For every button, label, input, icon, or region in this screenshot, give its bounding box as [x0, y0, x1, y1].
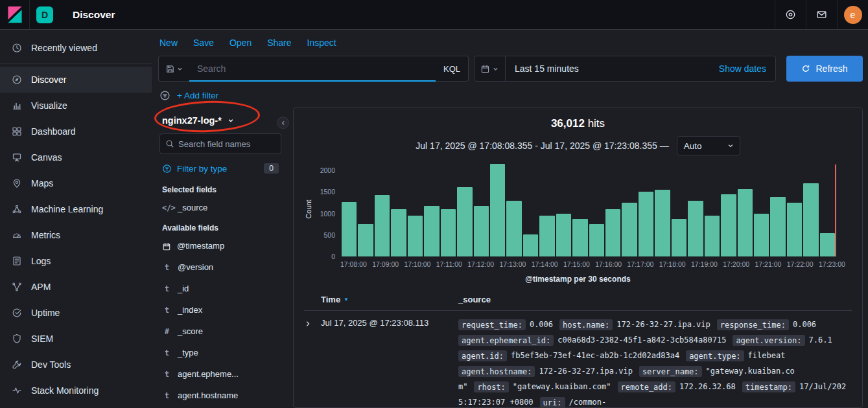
source-field-key: host.name:: [559, 319, 613, 330]
histogram-bar[interactable]: [408, 216, 423, 256]
sidebar-item-discover[interactable]: Discover: [0, 67, 152, 93]
sidebar-item-machine-learning[interactable]: Machine Learning: [0, 196, 152, 222]
sidebar-item-metrics[interactable]: Metrics: [0, 222, 152, 248]
field-score[interactable]: #_score: [159, 321, 281, 342]
histogram-bar[interactable]: [672, 219, 686, 256]
field-agent-hostname[interactable]: tagent.hostname: [159, 385, 281, 406]
field-source[interactable]: </>_source: [159, 197, 281, 218]
time-column-header[interactable]: Time▼: [321, 295, 458, 304]
histogram-bar[interactable]: [787, 203, 802, 256]
histogram-bar[interactable]: [424, 206, 439, 256]
show-dates-button[interactable]: Show dates: [719, 63, 775, 74]
filter-icon: [162, 164, 172, 174]
histogram-bar[interactable]: [342, 202, 357, 256]
source-field-key: agent.type:: [686, 350, 744, 361]
y-tick-label: 1000: [320, 210, 335, 218]
histogram-bar[interactable]: [754, 214, 769, 256]
histogram-bar[interactable]: [770, 197, 785, 256]
sidebar-item-label: Logs: [31, 256, 51, 266]
histogram-bar[interactable]: [639, 192, 653, 256]
sidebar-item-maps[interactable]: Maps: [0, 170, 152, 196]
x-axis-labels: 17:08:0017:09:0017:10:0017:11:0017:12:00…: [340, 260, 845, 268]
sidebar-item-dashboard[interactable]: Dashboard: [0, 119, 152, 144]
sidebar-item-uptime[interactable]: Uptime: [0, 300, 152, 326]
add-filter-button[interactable]: + Add filter: [177, 91, 218, 100]
filter-by-type-button[interactable]: Filter by type 0: [159, 154, 281, 180]
sidebar-item-label: Machine Learning: [31, 204, 103, 214]
x-tick-label: 17:14:00: [532, 260, 558, 268]
histogram-bar[interactable]: [705, 216, 720, 256]
x-tick-label: 17:08:00: [340, 260, 367, 268]
histogram-bar[interactable]: [721, 194, 736, 256]
collapse-fields-button[interactable]: [277, 117, 289, 129]
histogram-bar[interactable]: [655, 190, 670, 256]
sidebar-item-visualize[interactable]: Visualize: [0, 93, 152, 119]
calendar-button[interactable]: [475, 56, 506, 81]
histogram-bar[interactable]: [539, 216, 554, 256]
sidebar-item-logs[interactable]: Logs: [0, 248, 152, 274]
histogram-bar[interactable]: [506, 201, 521, 256]
source-type-icon: </>: [162, 203, 172, 212]
field-search-input[interactable]: [178, 139, 276, 149]
histogram-bar[interactable]: [457, 187, 472, 257]
sidebar-item-siem[interactable]: SIEM: [0, 326, 152, 352]
number-type-icon: #: [162, 327, 172, 336]
visualize-icon: [12, 100, 22, 111]
source-field-value: "gateway.kuaiban.com": [513, 382, 611, 391]
metrics-icon: [12, 230, 22, 240]
expand-row-button[interactable]: [304, 317, 321, 407]
current-time-marker: [835, 164, 836, 256]
histogram-bar[interactable]: [358, 224, 373, 256]
histogram-bar[interactable]: [490, 164, 505, 256]
histogram-bar[interactable]: [556, 214, 571, 256]
menu-share[interactable]: Share: [267, 38, 291, 48]
sidebar-item-canvas[interactable]: Canvas: [0, 144, 152, 170]
histogram-bar[interactable]: [441, 209, 456, 256]
field-agent-epheme[interactable]: tagent.epheme...: [159, 363, 281, 385]
interval-select[interactable]: Auto: [677, 136, 740, 155]
field-type[interactable]: t_type: [159, 342, 281, 363]
time-range-value[interactable]: Last 15 minutes: [506, 63, 719, 74]
sidebar-item-dev-tools[interactable]: Dev Tools: [0, 352, 152, 378]
histogram-bar[interactable]: [803, 183, 818, 256]
sidebar-item-apm[interactable]: APM: [0, 274, 152, 300]
selected-fields-heading: Selected fields: [159, 180, 281, 197]
menu-new[interactable]: New: [159, 38, 178, 48]
kibana-logo[interactable]: [0, 0, 30, 29]
source-field-value: 0.006: [530, 320, 553, 329]
space-badge[interactable]: D: [36, 6, 53, 23]
sidebar-item-recently-viewed[interactable]: Recently viewed: [0, 35, 152, 61]
menu-inspect[interactable]: Inspect: [307, 38, 336, 48]
field-id[interactable]: t_id: [159, 278, 281, 299]
sort-desc-icon[interactable]: ▼: [344, 297, 349, 302]
cloud-icon-button[interactable]: [775, 0, 806, 29]
refresh-button[interactable]: Refresh: [786, 56, 863, 82]
histogram-bar[interactable]: [375, 195, 390, 256]
histogram-bar[interactable]: [738, 189, 753, 256]
user-menu[interactable]: e: [837, 0, 868, 29]
saved-query-button[interactable]: [158, 56, 189, 82]
index-pattern-selector[interactable]: nginx27-log-*: [159, 110, 281, 133]
histogram-bar[interactable]: [523, 234, 538, 257]
histogram-bar[interactable]: [622, 203, 637, 256]
sidebar-item-stack-monitoring[interactable]: Stack Monitoring: [0, 378, 152, 403]
menu-save[interactable]: Save: [193, 38, 214, 48]
histogram-bar[interactable]: [589, 224, 604, 256]
kql-button[interactable]: KQL: [436, 56, 469, 82]
field-index[interactable]: t_index: [159, 299, 281, 321]
search-input[interactable]: [189, 56, 436, 82]
newsfeed-icon-button[interactable]: [806, 0, 837, 29]
chevron-left-icon: [280, 120, 287, 126]
histogram-bar[interactable]: [688, 201, 703, 256]
histogram-bar[interactable]: [474, 206, 489, 256]
hits-line: 36,012 hits: [304, 117, 852, 130]
histogram-chart: Count 0500100015002000: [304, 162, 852, 256]
field-timestamp[interactable]: @timestamp: [159, 235, 281, 256]
histogram-bar[interactable]: [391, 209, 406, 256]
filter-icon[interactable]: [159, 90, 170, 101]
menu-open[interactable]: Open: [229, 38, 252, 48]
histogram-bar[interactable]: [605, 209, 620, 256]
field-version[interactable]: t@version: [159, 256, 281, 278]
histogram-bar[interactable]: [820, 233, 835, 257]
histogram-bar[interactable]: [572, 219, 587, 256]
